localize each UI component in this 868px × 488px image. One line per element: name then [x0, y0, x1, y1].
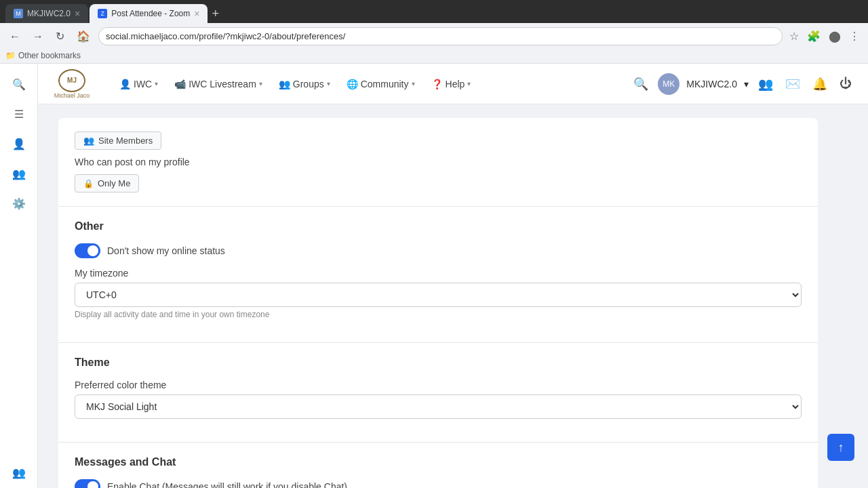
tab1-title: MKJIWC2.0 — [27, 9, 71, 18]
nav-groups-icon: 👥 — [279, 79, 290, 89]
nav-livestream-chevron: ▾ — [259, 80, 262, 87]
who-can-post-label: Who can post on my profile — [75, 157, 802, 167]
color-theme-field-group: Preferred color theme MKJ Social Light M… — [75, 380, 802, 419]
enable-chat-label: Enable Chat (Messages will still work if… — [107, 481, 347, 488]
nav-item-iwc[interactable]: 👤 IWC ▾ — [113, 75, 165, 94]
extensions-icon[interactable]: 🧩 — [804, 27, 823, 45]
enable-chat-toggle[interactable] — [75, 479, 100, 488]
more-options-icon[interactable]: ⋮ — [846, 27, 863, 45]
sidebar-admin-users[interactable]: 👥 — [7, 460, 31, 485]
refresh-button[interactable]: ↻ — [52, 27, 68, 45]
timezone-field-group: My timezone UTC+0 UTC-12 UTC+12 Display … — [75, 268, 802, 319]
top-nav: MJ Michael Jaco 👤 IWC ▾ 📹 IWC Livestream… — [38, 64, 868, 104]
who-can-post-section: 👥 Site Members Who can post on my profil… — [58, 118, 818, 207]
nav-item-groups[interactable]: 👥 Groups ▾ — [272, 75, 337, 94]
enable-chat-row: Enable Chat (Messages will still work if… — [75, 479, 802, 488]
nav-groups-label: Groups — [293, 79, 324, 89]
dont-show-online-row: Don't show my online status — [75, 243, 802, 258]
tab2-title: Post Attendee - Zoom — [111, 9, 190, 18]
nav-livestream-icon: 📹 — [174, 79, 186, 89]
nav-friends-icon[interactable]: 👥 — [755, 74, 776, 94]
nav-mail-icon[interactable]: ✉️ — [783, 74, 803, 94]
nav-item-livestream[interactable]: 📹 IWC Livestream ▾ — [167, 75, 269, 94]
toggle-slider-online — [75, 243, 100, 258]
logo: MJ Michael Jaco — [52, 69, 92, 99]
address-bar[interactable] — [98, 27, 783, 45]
sidebar-settings[interactable]: ⚙️ — [7, 191, 31, 216]
logo-text: Michael Jaco — [54, 92, 90, 99]
bookmark-star-icon[interactable]: ☆ — [787, 27, 802, 45]
user-avatar[interactable]: MK — [658, 73, 679, 95]
scroll-top-icon: ↑ — [838, 441, 844, 455]
browser-toolbar: ← → ↻ 🏠 ☆ 🧩 ⬤ ⋮ — [0, 23, 868, 49]
messages-chat-title: Messages and Chat — [75, 456, 802, 468]
sidebar-user[interactable]: 👤 — [7, 131, 31, 156]
nav-community-chevron: ▾ — [412, 80, 415, 87]
nav-search-icon[interactable]: 🔍 — [631, 74, 651, 94]
profile-circle-icon[interactable]: ⬤ — [826, 27, 844, 45]
messages-chat-section: Messages and Chat Enable Chat (Messages … — [58, 443, 818, 488]
color-theme-label: Preferred color theme — [75, 380, 802, 390]
tab2-favicon: Z — [98, 9, 107, 18]
logo-circle: MJ — [58, 69, 85, 92]
home-button[interactable]: 🏠 — [73, 27, 94, 45]
timezone-hint: Display all activity date and time in yo… — [75, 310, 802, 319]
timezone-select[interactable]: UTC+0 UTC-12 UTC+12 — [75, 283, 802, 307]
scroll-top-button[interactable]: ↑ — [827, 434, 854, 461]
timezone-label: My timezone — [75, 268, 802, 279]
site-members-icon: 👥 — [83, 136, 94, 146]
nav-iwc-icon: 👤 — [119, 79, 131, 89]
nav-username[interactable]: MKJIWC2.0 — [686, 79, 737, 89]
left-sidebar: 🔍 ☰ 👤 👥 ⚙️ 👥 ✉️ 🔔 ⏻ — [0, 64, 38, 488]
browser-tabs-bar: M MKJIWC2.0 × Z Post Attendee - Zoom × + — [0, 0, 868, 23]
new-tab-button[interactable]: + — [212, 7, 219, 21]
nav-item-help[interactable]: ❓ Help ▾ — [425, 75, 478, 94]
logo-area: MJ Michael Jaco — [52, 69, 92, 99]
lock-icon: 🔒 — [83, 179, 94, 188]
browser-tab-2[interactable]: Z Post Attendee - Zoom × — [90, 4, 208, 23]
nav-bell-icon[interactable]: 🔔 — [810, 74, 830, 94]
nav-iwc-chevron: ▾ — [155, 80, 158, 87]
tab1-favicon: M — [14, 9, 23, 18]
nav-right: 🔍 MK MKJIWC2.0 ▾ 👥 ✉️ 🔔 ⏻ — [631, 73, 854, 95]
back-button[interactable]: ← — [5, 28, 24, 45]
bookmarks-folder-icon: 📁 — [5, 51, 16, 60]
only-me-label: Only Me — [98, 178, 130, 188]
sidebar-users[interactable]: 👥 — [7, 161, 31, 186]
dont-show-online-toggle[interactable] — [75, 243, 100, 258]
theme-section: Theme Preferred color theme MKJ Social L… — [58, 343, 818, 443]
bookmarks-label[interactable]: Other bookmarks — [18, 51, 81, 60]
nav-iwc-label: IWC — [134, 79, 152, 89]
toggle-slider-chat — [75, 479, 100, 488]
tab2-close[interactable]: × — [194, 8, 199, 19]
nav-community-label: Community — [361, 79, 409, 89]
nav-item-community[interactable]: 🌐 Community ▾ — [340, 75, 422, 94]
toolbar-icons: ☆ 🧩 ⬤ ⋮ — [787, 27, 863, 45]
nav-links: 👤 IWC ▾ 📹 IWC Livestream ▾ 👥 Groups ▾ 🌐 … — [113, 75, 631, 94]
only-me-button[interactable]: 🔒 Only Me — [75, 174, 139, 192]
theme-section-title: Theme — [75, 357, 802, 369]
nav-groups-chevron: ▾ — [327, 80, 330, 87]
color-theme-select[interactable]: MKJ Social Light MKJ Social Dark Default… — [75, 394, 802, 419]
site-members-label: Site Members — [98, 136, 153, 146]
bookmarks-bar: 📁 Other bookmarks — [0, 49, 868, 64]
forward-button[interactable]: → — [28, 28, 47, 45]
sidebar-search[interactable]: 🔍 — [7, 72, 31, 96]
nav-help-icon: ❓ — [431, 79, 443, 89]
tab1-close[interactable]: × — [75, 8, 80, 19]
nav-user-chevron: ▾ — [744, 79, 749, 89]
nav-power-icon[interactable]: ⏻ — [837, 74, 854, 94]
sidebar-menu[interactable]: ☰ — [7, 102, 31, 126]
nav-community-icon: 🌐 — [347, 79, 358, 89]
other-section: Other Don't show my online status My tim… — [58, 207, 818, 343]
nav-help-label: Help — [446, 79, 465, 89]
nav-livestream-label: IWC Livestream — [189, 79, 256, 89]
main-area: MJ Michael Jaco 👤 IWC ▾ 📹 IWC Livestream… — [38, 64, 868, 488]
site-members-button[interactable]: 👥 Site Members — [75, 131, 161, 150]
main-content: 👥 Site Members Who can post on my profil… — [38, 104, 838, 488]
dont-show-online-label: Don't show my online status — [107, 245, 225, 256]
nav-help-chevron: ▾ — [467, 80, 471, 87]
browser-tab-1[interactable]: M MKJIWC2.0 × — [5, 4, 88, 23]
other-section-title: Other — [75, 220, 802, 232]
